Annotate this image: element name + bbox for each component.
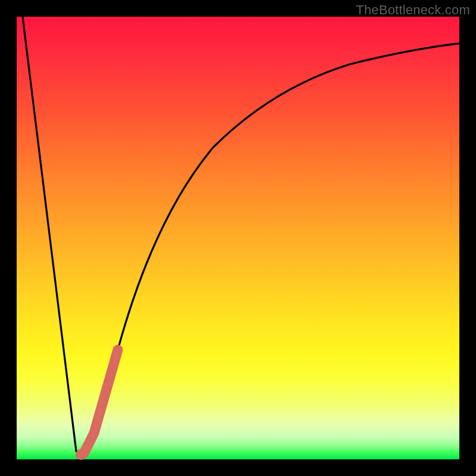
chart-svg xyxy=(17,17,459,459)
minimum-marker xyxy=(76,449,86,460)
chart-plot-area xyxy=(17,17,459,459)
chart-frame: TheBottleneck.com xyxy=(0,0,476,476)
marker-band xyxy=(84,350,118,453)
bottleneck-curve xyxy=(23,17,459,456)
watermark-text: TheBottleneck.com xyxy=(356,2,470,18)
